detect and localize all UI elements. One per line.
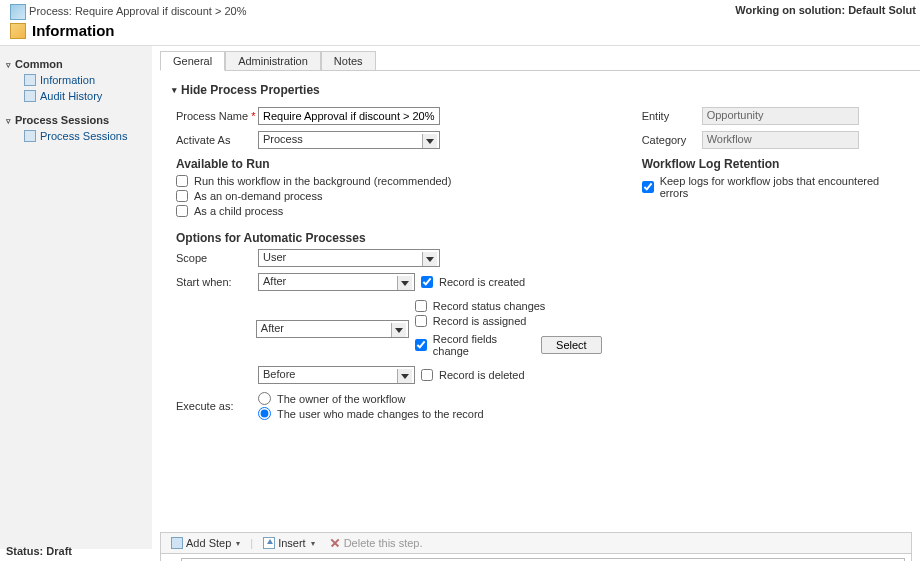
process-prefix: Process: xyxy=(29,5,72,17)
page-title-text: Information xyxy=(32,22,115,39)
step-toolbar: Add Step | Insert Delete this step. xyxy=(160,532,912,553)
chk-record-deleted[interactable]: Record is deleted xyxy=(421,369,525,381)
process-name-input[interactable] xyxy=(258,107,440,125)
chk-run-background[interactable]: Run this workflow in the background (rec… xyxy=(176,175,602,187)
insert-button[interactable]: Insert xyxy=(259,536,319,550)
delete-step-button: Delete this step. xyxy=(325,536,427,550)
chk-record-created[interactable]: Record is created xyxy=(421,276,525,288)
sessions-icon xyxy=(24,130,36,142)
entity-field: Opportunity xyxy=(702,107,859,125)
available-to-run-header: Available to Run xyxy=(176,157,602,171)
retention-header: Workflow Log Retention xyxy=(642,157,904,171)
chk-child-process[interactable]: As a child process xyxy=(176,205,602,217)
category-field: Workflow xyxy=(702,131,859,149)
process-name-display: Require Approval if discount > 20% xyxy=(75,5,247,17)
delete-icon xyxy=(329,537,341,549)
radio-owner[interactable]: The owner of the workflow xyxy=(258,392,484,405)
status-bar: Status: Draft xyxy=(6,545,72,557)
process-name-label: Process Name xyxy=(176,110,258,122)
tab-administration[interactable]: Administration xyxy=(225,51,321,70)
nav-item-information[interactable]: Information xyxy=(6,72,146,88)
scope-label: Scope xyxy=(176,252,258,264)
start-when-before-select[interactable]: Before xyxy=(258,366,415,384)
execute-as-label: Execute as: xyxy=(176,400,258,412)
entity-label: Entity xyxy=(642,110,702,122)
nav-section-common[interactable]: Common xyxy=(6,58,146,70)
insert-icon xyxy=(263,537,275,549)
hide-process-properties-toggle[interactable]: Hide Process Properties xyxy=(172,83,904,97)
add-step-button[interactable]: Add Step xyxy=(167,536,244,550)
nav-item-audit-history[interactable]: Audit History xyxy=(6,88,146,104)
information-icon xyxy=(10,23,26,39)
start-when-after-select-2[interactable]: After xyxy=(256,320,409,338)
step-editor: ▾ If discount on Opportunity is greater … xyxy=(160,553,912,561)
chk-keep-logs[interactable]: Keep logs for workflow jobs that encount… xyxy=(642,175,904,199)
chk-record-status[interactable]: Record status changes xyxy=(415,300,602,312)
start-when-after-select-1[interactable]: After xyxy=(258,273,415,291)
left-nav: Common Information Audit History Process… xyxy=(0,46,152,549)
chk-ondemand[interactable]: As an on-demand process xyxy=(176,190,602,202)
nav-section-process-sessions[interactable]: Process Sessions xyxy=(6,114,146,126)
chk-record-fields-change[interactable]: Record fields change xyxy=(415,333,531,357)
activate-as-select[interactable]: Process xyxy=(258,131,440,149)
tab-notes[interactable]: Notes xyxy=(321,51,376,70)
options-header: Options for Automatic Processes xyxy=(176,231,602,245)
radio-user[interactable]: The user who made changes to the record xyxy=(258,407,484,420)
category-label: Category xyxy=(642,134,702,146)
activate-as-label: Activate As xyxy=(176,134,258,146)
page-title: Information xyxy=(10,22,910,39)
header: Process: Require Approval if discount > … xyxy=(0,0,920,46)
solution-indicator: Working on solution: Default Solut xyxy=(735,4,916,16)
add-step-icon xyxy=(171,537,183,549)
process-icon xyxy=(10,4,26,20)
tab-strip: GeneralAdministrationNotes xyxy=(160,50,920,70)
select-fields-button[interactable]: Select xyxy=(541,336,602,354)
start-when-label: Start when: xyxy=(176,276,258,288)
chk-record-assigned[interactable]: Record is assigned xyxy=(415,315,602,327)
tab-general[interactable]: General xyxy=(160,51,225,71)
info-icon xyxy=(24,74,36,86)
history-icon xyxy=(24,90,36,102)
scope-select[interactable]: User xyxy=(258,249,440,267)
nav-item-process-sessions[interactable]: Process Sessions xyxy=(6,128,146,144)
